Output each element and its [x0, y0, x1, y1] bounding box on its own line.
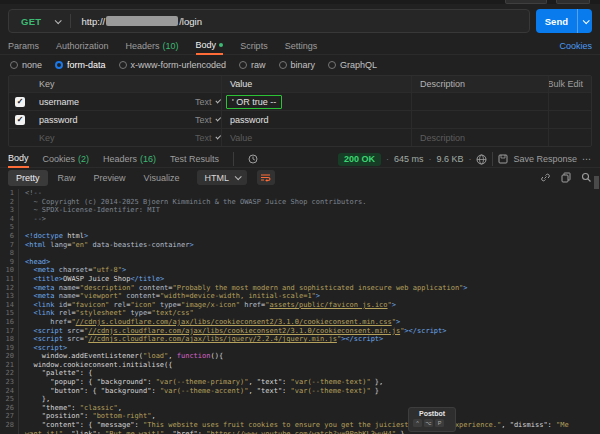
mode-graphql[interactable]: GraphQL — [328, 60, 377, 70]
search-icon[interactable] — [581, 172, 592, 183]
cookies-link[interactable]: Cookies — [559, 41, 592, 51]
mode-none[interactable]: none — [10, 60, 42, 70]
description-cell[interactable] — [411, 93, 548, 110]
key-placeholder[interactable]: Key — [31, 129, 189, 146]
description-cell[interactable] — [411, 111, 548, 128]
p-key-icon: P — [435, 419, 444, 427]
response-time[interactable]: 645 ms — [394, 154, 424, 164]
line-number: 20 — [0, 352, 18, 361]
code-line: 20 window.addEventListener("load", funct… — [0, 352, 600, 361]
history-clock-icon[interactable] — [248, 154, 258, 164]
line-number: 23 — [0, 378, 18, 387]
scrollbar-thumb[interactable] — [594, 176, 599, 189]
tab-body[interactable]: Body — [196, 38, 224, 55]
line-content: <script> — [18, 344, 586, 353]
value-placeholder[interactable]: Value — [221, 129, 411, 146]
ctrl-key-icon: ^ — [413, 419, 422, 427]
format-dropdown[interactable]: HTML — [197, 170, 247, 185]
checkbox-checked[interactable]: ✓ — [15, 115, 25, 125]
line-number: 3 — [0, 206, 18, 215]
postbot-shortcut: ^ ⌥ P — [413, 419, 451, 427]
code-line: 13 <meta name="viewport" content="width=… — [0, 292, 600, 301]
line-number: 15 — [0, 309, 18, 318]
line-number: 28 — [0, 421, 18, 434]
request-tabs: Params Authorization Headers(10) Body Sc… — [0, 38, 600, 55]
mode-raw[interactable]: raw — [239, 60, 266, 70]
response-tab-headers[interactable]: Headers(16) — [103, 151, 156, 168]
code-line: 7<html lang="en" data-beasties-container… — [0, 241, 600, 250]
line-content: "position": "bottom-right", — [18, 412, 586, 421]
dot-separator: · — [386, 154, 389, 164]
view-tab-raw[interactable]: Raw — [50, 170, 84, 186]
tab-params[interactable]: Params — [8, 38, 39, 55]
key-cell[interactable]: password — [31, 111, 189, 128]
value-cell[interactable]: ' OR true -- — [221, 93, 411, 110]
code-line: 9<head> — [0, 258, 600, 267]
copy-icon[interactable] — [561, 172, 571, 183]
send-options-button[interactable] — [577, 9, 592, 33]
key-cell[interactable]: username — [31, 93, 189, 110]
postbot-tooltip[interactable]: Postbot ^ ⌥ P — [408, 407, 456, 432]
more-icon[interactable]: ⋯ — [582, 154, 592, 164]
table-row-password: ✓ password Text password — [9, 110, 591, 128]
send-button[interactable]: Send — [536, 9, 577, 33]
url-container: GET http:// /login — [8, 9, 530, 33]
line-number: 12 — [0, 284, 18, 293]
view-tab-preview[interactable]: Preview — [86, 170, 134, 186]
line-content: <!doctype html> — [18, 232, 586, 241]
mode-form-data[interactable]: form-data — [55, 60, 106, 70]
code-area[interactable]: 1<!--2 ~ Copyright (c) 2014-2025 Bjoern … — [0, 189, 600, 434]
line-content: "palette": { — [18, 369, 586, 378]
response-tab-cookies[interactable]: Cookies(2) — [43, 151, 90, 168]
type-dropdown[interactable]: Text — [189, 129, 221, 146]
code-line: 18 <script src="//cdnjs.cloudflare.com/a… — [0, 335, 600, 344]
response-meta: 200 OK · 645 ms · 9.6 KB · Save Response… — [338, 152, 592, 166]
redacted-host — [106, 16, 178, 26]
wrap-text-button[interactable] — [257, 170, 275, 185]
checkbox-checked[interactable]: ✓ — [15, 97, 25, 107]
status-badge[interactable]: 200 OK — [338, 153, 381, 166]
line-content: --> — [18, 215, 586, 224]
line-content: ~ Copyright (c) 2014-2025 Bjoern Kimmini… — [18, 198, 586, 207]
tab-headers[interactable]: Headers(10) — [126, 38, 179, 55]
chevron-down-icon — [582, 17, 589, 24]
globe-network-icon[interactable] — [476, 154, 487, 165]
response-tab-test-results[interactable]: Test Results — [170, 151, 219, 168]
code-line: 1<!-- — [0, 189, 600, 198]
mode-binary[interactable]: binary — [279, 60, 316, 70]
tab-scripts[interactable]: Scripts — [240, 38, 268, 55]
line-content: "popup": { "background": "var(--theme-pr… — [18, 378, 586, 387]
line-content: <link id="favicon" rel="icon" type="imag… — [18, 301, 586, 310]
response-toolbar: Pretty Raw Preview Visualize HTML — [0, 168, 600, 187]
link-icon[interactable] — [540, 172, 551, 183]
dot-separator: · — [468, 154, 471, 164]
line-content: <link rel="stylesheet" type="text/css" — [18, 309, 586, 318]
line-number: 8 — [0, 249, 18, 258]
response-size[interactable]: 9.6 KB — [436, 154, 463, 164]
type-dropdown[interactable]: Text — [189, 111, 221, 128]
view-tab-visualize[interactable]: Visualize — [136, 170, 188, 186]
line-content: }, — [18, 395, 586, 404]
bulk-edit-button[interactable]: Bulk Edit — [548, 79, 583, 89]
description-placeholder[interactable]: Description — [411, 129, 548, 146]
header-checkbox-cell — [9, 76, 31, 92]
value-cell[interactable]: password — [221, 111, 411, 128]
dot-separator: · — [428, 154, 431, 164]
code-scrollbar[interactable] — [594, 176, 599, 431]
chevron-down-icon — [55, 17, 62, 24]
radio-icon — [328, 61, 336, 69]
method-label: GET — [21, 16, 41, 27]
code-line: 10 <meta charset="utf-8"> — [0, 266, 600, 275]
view-tab-pretty[interactable]: Pretty — [8, 170, 48, 186]
line-number: 16 — [0, 318, 18, 327]
response-tab-body[interactable]: Body — [8, 151, 29, 168]
save-response-button[interactable]: Save Response — [513, 154, 577, 164]
tab-settings[interactable]: Settings — [285, 38, 318, 55]
line-content — [18, 249, 586, 258]
type-dropdown[interactable]: Text — [189, 93, 221, 110]
line-number: 22 — [0, 369, 18, 378]
tab-authorization[interactable]: Authorization — [56, 38, 109, 55]
mode-x-www-form-urlencoded[interactable]: x-www-form-urlencoded — [119, 60, 227, 70]
url-input[interactable]: http:// /login — [71, 16, 201, 27]
method-selector[interactable]: GET — [9, 16, 70, 27]
